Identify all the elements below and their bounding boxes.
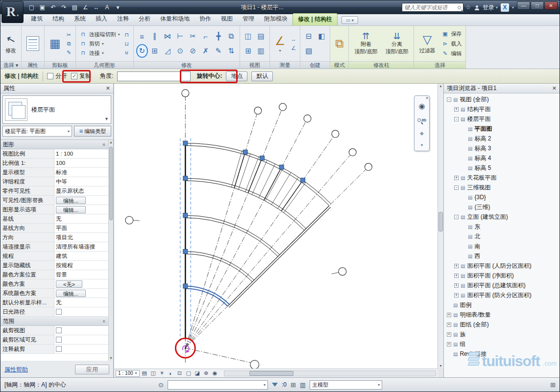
cope-icon[interactable]: ⊓ [123, 31, 131, 39]
property-value[interactable]: 标准 [54, 168, 108, 177]
property-value[interactable]: 显示原状态 [54, 186, 108, 195]
property-value[interactable]: 按规程 [54, 261, 108, 270]
search-icon[interactable] [458, 6, 461, 9]
align-icon[interactable]: ≡ [136, 29, 148, 43]
tree-expander[interactable]: + [454, 176, 459, 180]
trim-extend-icon[interactable]: ⊢ [174, 29, 186, 43]
scroll-down-icon[interactable]: ▼ [109, 356, 113, 361]
browser-item[interactable]: +▤明细表/数量 [444, 310, 560, 320]
geometry-tool[interactable]: ⊓连接端切割▾ [78, 30, 121, 39]
offset-icon[interactable]: ∥ [149, 29, 161, 43]
properties-header[interactable]: 属性 ✕ [0, 84, 113, 93]
redo-icon[interactable]: ↷ [59, 3, 69, 12]
view-scale-button[interactable]: 1 : 100 ▾ [116, 370, 140, 377]
undo-icon[interactable]: ↶ [49, 3, 58, 12]
browser-item[interactable]: ▤标高 3 [444, 143, 560, 153]
crop-region-visibility-icon[interactable]: ◪ [194, 370, 201, 377]
edit-button[interactable]: 编辑... [56, 290, 86, 297]
rotate-icon[interactable]: ↻ [136, 44, 148, 58]
crop-view-icon[interactable]: ▢ [185, 370, 193, 377]
ribbon-tab[interactable]: 附加模块 [259, 13, 292, 25]
panel-label-selection[interactable]: 选择 [414, 61, 465, 69]
match-properties-icon[interactable]: ✎ [65, 48, 73, 56]
browser-item[interactable]: ▤图例 [444, 300, 560, 310]
property-value[interactable]: 无 [54, 298, 108, 307]
edit-family-button[interactable]: ⧉ [333, 36, 346, 51]
property-value[interactable]: 背景 [54, 270, 108, 279]
match-type-icon[interactable]: ✎ [213, 44, 224, 58]
browser-item[interactable]: ▤东 [444, 222, 560, 231]
tree-expander[interactable]: + [454, 293, 459, 298]
apply-button[interactable]: 应用 [75, 365, 109, 374]
view-selector-combo[interactable]: 楼层平面: 平面图 ▾ [2, 126, 72, 137]
browser-item[interactable]: +▤图纸 (全部) [444, 320, 560, 329]
property-value[interactable]: 编辑... [54, 205, 108, 214]
ribbon-tab[interactable]: 视图 [216, 13, 238, 25]
close-button[interactable]: ✕ [544, 1, 558, 10]
place-button[interactable]: 地点 [226, 71, 247, 81]
search-input[interactable] [404, 4, 456, 10]
geometry-tool[interactable]: ⊓连接▾ [78, 48, 121, 57]
move-icon[interactable]: ╋ [213, 29, 224, 43]
browser-item[interactable]: -▤三维视图 [444, 183, 560, 192]
selection-edit-button[interactable]: ✎编辑 [439, 49, 463, 58]
angular-dimension-icon[interactable]: ∠ [290, 44, 297, 52]
copy-checkbox[interactable] [71, 73, 77, 79]
properties-button[interactable] [24, 35, 42, 52]
design-options-combo[interactable]: 主模型 ▾ [310, 380, 382, 390]
reveal-hidden-elements-icon[interactable]: ◉ [211, 370, 219, 377]
login-caret-icon[interactable]: ▾ [496, 5, 498, 10]
property-value[interactable]: <无> [54, 279, 108, 288]
copy-option[interactable]: 复制 [71, 72, 91, 80]
ribbon-tab[interactable]: 体量和场地 [155, 13, 195, 25]
viewports-icon[interactable]: ▥ [255, 44, 267, 58]
tree-expander[interactable]: - [454, 185, 459, 190]
scrollbar-thumb[interactable] [438, 212, 443, 231]
browser-item[interactable]: ▤(三维) [444, 202, 560, 212]
chevron-down-icon[interactable]: ▼ [104, 116, 109, 121]
tree-expander[interactable]: + [447, 313, 451, 317]
tree-expander[interactable]: + [454, 107, 459, 112]
tree-expander[interactable]: + [447, 323, 451, 327]
browser-item[interactable]: -▤楼层平面 [444, 114, 560, 124]
checkbox[interactable] [56, 346, 62, 352]
ribbon-tab[interactable]: 管理 [238, 13, 259, 25]
zoom-2d-icon[interactable]: 2D [416, 115, 427, 125]
split-icon[interactable]: ✂ [187, 29, 199, 43]
browser-item[interactable]: -▤视图 (全部) [444, 94, 560, 104]
mirror-icon[interactable]: ⋈ [162, 29, 173, 43]
rotation-center-point[interactable] [185, 347, 186, 349]
dimension-icon[interactable]: ↔ [290, 35, 297, 43]
property-group-header[interactable]: 图形« [0, 140, 108, 149]
steering-wheel-icon[interactable]: ◉ [416, 101, 427, 112]
project-browser-header[interactable]: 项目浏览器 - 项目1 ✕ [444, 84, 560, 93]
scrollbar-thumb[interactable] [249, 371, 293, 376]
rendering-icon[interactable]: ⊡ [176, 370, 184, 377]
disjoin-option[interactable]: 分开 [47, 72, 67, 80]
pin-icon[interactable]: ⊙ [174, 44, 186, 58]
attach-top-base-button[interactable]: ⇈附着顶部/底部 [351, 30, 380, 57]
panel-label-measure[interactable]: 测量 [270, 61, 300, 69]
ribbon-display-toggle[interactable]: ▭▾ [341, 16, 358, 24]
panel-label-modify-column[interactable]: 修改柱 [349, 61, 414, 69]
browser-item[interactable]: ▤西 [444, 251, 560, 261]
edit-button[interactable]: 编辑... [56, 206, 86, 213]
browser-item[interactable]: ▤标高 4 [444, 153, 560, 163]
navigation-bar[interactable]: ✕ ◉ 2D ⌖ ▾ [414, 95, 430, 151]
property-value[interactable]: 中等 [54, 177, 108, 186]
checkbox[interactable] [56, 309, 62, 315]
tree-expander[interactable]: - [454, 117, 459, 121]
scroll-down-icon[interactable]: ▼ [438, 364, 443, 369]
text-icon[interactable]: A [102, 3, 112, 12]
browser-item[interactable]: +▤面积平面 (人防分区面积) [444, 261, 560, 271]
worksets-combo[interactable]: ▾ [168, 380, 268, 390]
copy-to-clipboard-icon[interactable]: ⧉ [65, 40, 73, 47]
type-selector[interactable]: 楼层平面 ▼ [2, 95, 111, 124]
panel-label-modify[interactable]: 修改 [134, 61, 240, 69]
panel-label-select[interactable]: 选择 ▾ [0, 61, 21, 69]
plan-region-icon[interactable]: ⊞ [243, 44, 254, 58]
help-caret-icon[interactable]: ▾ [512, 5, 514, 10]
minimize-button[interactable]: — [517, 1, 530, 10]
property-value[interactable] [54, 326, 108, 335]
ribbon-tab[interactable]: 系统 [69, 13, 91, 25]
